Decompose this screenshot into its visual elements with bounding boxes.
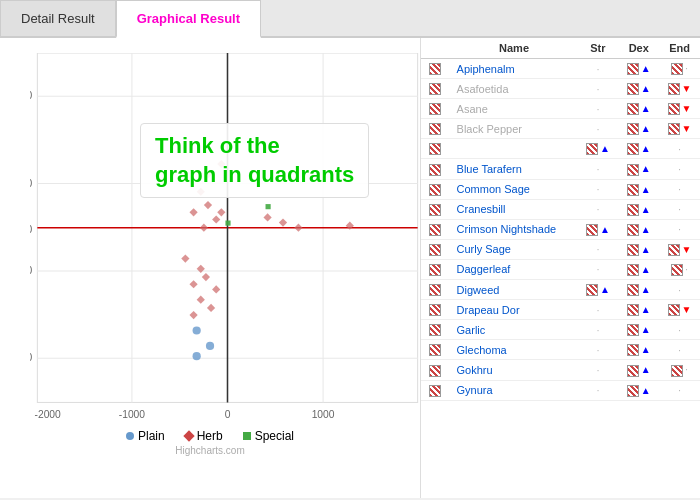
- row-dex: ▲: [618, 139, 659, 159]
- tab-detail[interactable]: Detail Result: [0, 0, 116, 36]
- row-name: Garlic: [451, 320, 578, 340]
- row-str: ▲: [578, 139, 619, 159]
- row-end: ·: [659, 360, 700, 380]
- svg-text:0: 0: [225, 409, 231, 420]
- row-dex: ▲: [618, 99, 659, 119]
- table-row[interactable]: Gynura · ▲ ·: [421, 380, 700, 400]
- row-end: ·: [659, 199, 700, 219]
- row-str: ·: [578, 380, 619, 400]
- row-str: ·: [578, 340, 619, 360]
- row-name: Glechoma: [451, 340, 578, 360]
- svg-text:-1000: -1000: [119, 409, 146, 420]
- row-icon: [421, 239, 451, 259]
- svg-text:-2000: -2000: [30, 352, 33, 363]
- row-name: Asafoetida: [451, 79, 578, 99]
- row-name: [451, 139, 578, 159]
- row-name: Gynura: [451, 380, 578, 400]
- row-end: ·: [659, 159, 700, 179]
- row-icon: [421, 119, 451, 139]
- table-row[interactable]: Asane · ▲ ▼: [421, 99, 700, 119]
- row-name: Asane: [451, 99, 578, 119]
- legend-plain: Plain: [126, 429, 165, 443]
- table-row[interactable]: Curly Sage · ▲ ▼: [421, 239, 700, 259]
- row-str: ·: [578, 300, 619, 320]
- chart-area: 2000 1000 0 -1000 -2000 -1000 0 1000 -20…: [0, 38, 420, 498]
- row-icon: [421, 380, 451, 400]
- table-row[interactable]: ▲ ▲ ·: [421, 139, 700, 159]
- svg-text:2000: 2000: [30, 90, 33, 101]
- row-dex: ▲: [618, 239, 659, 259]
- row-end: ·: [659, 320, 700, 340]
- row-icon: [421, 300, 451, 320]
- table-row[interactable]: Blue Tarafern · ▲ ·: [421, 159, 700, 179]
- row-name: Common Sage: [451, 179, 578, 199]
- row-end: ·: [659, 59, 700, 79]
- results-table-area[interactable]: Name Str Dex End Apiphenalm · ▲ · Asafoe…: [420, 38, 700, 498]
- row-end: ▼: [659, 119, 700, 139]
- row-icon: [421, 219, 451, 239]
- row-end: ▼: [659, 300, 700, 320]
- row-icon: [421, 139, 451, 159]
- table-row[interactable]: Garlic · ▲ ·: [421, 320, 700, 340]
- scatter-chart: 2000 1000 0 -1000 -2000 -1000 0 1000 -20…: [30, 53, 425, 423]
- table-row[interactable]: Crimson Nightshade ▲ ▲ ·: [421, 219, 700, 239]
- table-header-row: Name Str Dex End: [421, 38, 700, 59]
- row-str: ·: [578, 59, 619, 79]
- svg-point-19: [193, 326, 201, 334]
- special-dot: [243, 432, 251, 440]
- row-str: ▲: [578, 280, 619, 300]
- col-str: Str: [578, 38, 619, 59]
- row-str: ▲: [578, 219, 619, 239]
- row-end: ·: [659, 179, 700, 199]
- herb-dot: [183, 430, 194, 441]
- row-dex: ▲: [618, 380, 659, 400]
- row-icon: [421, 340, 451, 360]
- svg-text:-1000: -1000: [30, 265, 33, 276]
- row-end: ·: [659, 380, 700, 400]
- row-name: Gokhru: [451, 360, 578, 380]
- table-row[interactable]: Apiphenalm · ▲ ·: [421, 59, 700, 79]
- table-row[interactable]: Glechoma · ▲ ·: [421, 340, 700, 360]
- row-name: Cranesbill: [451, 199, 578, 219]
- plain-dot: [126, 432, 134, 440]
- row-icon: [421, 99, 451, 119]
- table-row[interactable]: Asafoetida · ▲ ▼: [421, 79, 700, 99]
- row-end: ·: [659, 219, 700, 239]
- svg-text:1000: 1000: [312, 409, 335, 420]
- row-name: Crimson Nightshade: [451, 219, 578, 239]
- row-str: ·: [578, 179, 619, 199]
- row-end: ·: [659, 259, 700, 279]
- row-dex: ▲: [618, 219, 659, 239]
- table-row[interactable]: Black Pepper · ▲ ▼: [421, 119, 700, 139]
- table-row[interactable]: Common Sage · ▲ ·: [421, 179, 700, 199]
- row-str: ·: [578, 239, 619, 259]
- table-row[interactable]: Cranesbill · ▲ ·: [421, 199, 700, 219]
- row-icon: [421, 360, 451, 380]
- table-row[interactable]: Gokhru · ▲ ·: [421, 360, 700, 380]
- row-icon: [421, 320, 451, 340]
- tab-graphical[interactable]: Graphical Result: [116, 0, 261, 38]
- table-row[interactable]: Digweed ▲ ▲ ·: [421, 280, 700, 300]
- row-icon: [421, 199, 451, 219]
- table-row[interactable]: Daggerleaf · ▲ ·: [421, 259, 700, 279]
- results-table: Name Str Dex End Apiphenalm · ▲ · Asafoe…: [421, 38, 700, 401]
- row-str: ·: [578, 360, 619, 380]
- col-dex: Dex: [618, 38, 659, 59]
- chart-legend: Plain Herb Special: [5, 429, 415, 443]
- svg-rect-23: [266, 204, 271, 209]
- row-icon: [421, 259, 451, 279]
- col-end: End: [659, 38, 700, 59]
- row-str: ·: [578, 79, 619, 99]
- row-name: Apiphenalm: [451, 59, 578, 79]
- row-dex: ▲: [618, 280, 659, 300]
- row-icon: [421, 280, 451, 300]
- table-row[interactable]: Drapeau Dor · ▲ ▼: [421, 300, 700, 320]
- row-str: ·: [578, 259, 619, 279]
- row-end: ·: [659, 139, 700, 159]
- col-icon: [421, 38, 451, 59]
- row-name: Black Pepper: [451, 119, 578, 139]
- row-icon: [421, 79, 451, 99]
- row-dex: ▲: [618, 360, 659, 380]
- highcharts-credit: Highcharts.com: [5, 445, 415, 456]
- row-dex: ▲: [618, 340, 659, 360]
